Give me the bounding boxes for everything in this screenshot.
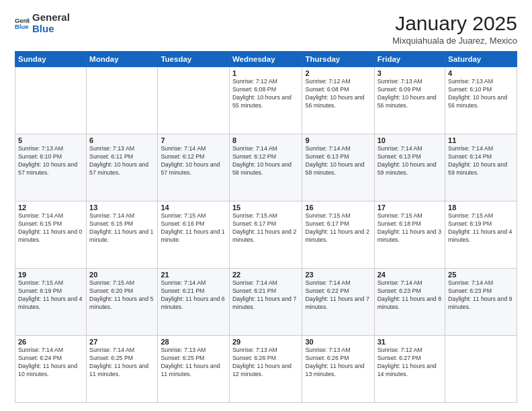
week-row-1: 1Sunrise: 7:12 AM Sunset: 6:08 PM Daylig… — [15, 67, 517, 134]
day-cell: 10Sunrise: 7:14 AM Sunset: 6:13 PM Dayli… — [374, 134, 445, 201]
day-cell — [87, 67, 158, 134]
day-number: 9 — [305, 136, 371, 144]
day-info: Sunrise: 7:12 AM Sunset: 6:08 PM Dayligh… — [232, 78, 300, 110]
day-number: 10 — [378, 136, 442, 144]
day-info: Sunrise: 7:15 AM Sunset: 6:17 PM Dayligh… — [232, 212, 300, 244]
day-cell: 16Sunrise: 7:15 AM Sunset: 6:17 PM Dayli… — [302, 201, 374, 269]
day-cell: 12Sunrise: 7:14 AM Sunset: 6:15 PM Dayli… — [15, 201, 87, 269]
day-number: 1 — [232, 69, 300, 77]
day-cell: 3Sunrise: 7:13 AM Sunset: 6:09 PM Daylig… — [374, 67, 445, 134]
col-monday: Monday — [87, 52, 158, 67]
day-info: Sunrise: 7:15 AM Sunset: 6:17 PM Dayligh… — [305, 212, 371, 244]
svg-text:Blue: Blue — [15, 22, 28, 30]
col-sunday: Sunday — [15, 52, 87, 67]
day-number: 13 — [89, 203, 154, 212]
calendar-subtitle: Mixquiahuala de Juarez, Mexico — [392, 36, 517, 46]
day-number: 21 — [161, 271, 226, 279]
day-number: 26 — [18, 338, 83, 346]
day-info: Sunrise: 7:14 AM Sunset: 6:24 PM Dayligh… — [18, 347, 83, 379]
day-info: Sunrise: 7:13 AM Sunset: 6:10 PM Dayligh… — [18, 145, 83, 177]
logo-general: General — [32, 12, 70, 24]
day-cell: 11Sunrise: 7:14 AM Sunset: 6:14 PM Dayli… — [445, 134, 517, 201]
week-row-3: 12Sunrise: 7:14 AM Sunset: 6:15 PM Dayli… — [15, 201, 517, 269]
day-info: Sunrise: 7:14 AM Sunset: 6:13 PM Dayligh… — [378, 145, 442, 177]
day-info: Sunrise: 7:13 AM Sunset: 6:25 PM Dayligh… — [161, 347, 226, 379]
logo: General Blue General Blue — [15, 12, 70, 34]
header: General Blue General Blue January 2025 M… — [15, 12, 517, 46]
day-info: Sunrise: 7:14 AM Sunset: 6:21 PM Dayligh… — [161, 279, 226, 312]
day-number: 24 — [378, 271, 442, 279]
day-number: 12 — [18, 203, 83, 212]
day-info: Sunrise: 7:13 AM Sunset: 6:26 PM Dayligh… — [305, 347, 371, 379]
day-number: 31 — [378, 338, 442, 346]
logo-icon: General Blue — [15, 16, 30, 31]
day-cell: 17Sunrise: 7:15 AM Sunset: 6:18 PM Dayli… — [374, 201, 445, 269]
day-cell — [158, 67, 230, 134]
day-cell — [15, 67, 87, 134]
day-number: 8 — [232, 136, 300, 144]
day-info: Sunrise: 7:12 AM Sunset: 6:08 PM Dayligh… — [305, 78, 371, 110]
day-number: 29 — [232, 338, 300, 346]
calendar-table: Sunday Monday Tuesday Wednesday Thursday… — [15, 51, 517, 403]
day-info: Sunrise: 7:13 AM Sunset: 6:26 PM Dayligh… — [232, 347, 300, 379]
day-cell: 27Sunrise: 7:14 AM Sunset: 6:25 PM Dayli… — [87, 336, 158, 403]
day-cell: 18Sunrise: 7:15 AM Sunset: 6:19 PM Dayli… — [445, 201, 517, 269]
day-number: 22 — [232, 271, 300, 279]
day-info: Sunrise: 7:14 AM Sunset: 6:15 PM Dayligh… — [18, 212, 83, 244]
day-info: Sunrise: 7:14 AM Sunset: 6:25 PM Dayligh… — [89, 347, 154, 379]
day-cell: 30Sunrise: 7:13 AM Sunset: 6:26 PM Dayli… — [302, 336, 374, 403]
day-info: Sunrise: 7:14 AM Sunset: 6:21 PM Dayligh… — [232, 279, 300, 312]
day-cell: 29Sunrise: 7:13 AM Sunset: 6:26 PM Dayli… — [229, 336, 302, 403]
day-cell: 14Sunrise: 7:15 AM Sunset: 6:16 PM Dayli… — [158, 201, 230, 269]
day-number: 27 — [89, 338, 154, 346]
day-number: 3 — [378, 69, 442, 77]
day-cell: 23Sunrise: 7:14 AM Sunset: 6:22 PM Dayli… — [302, 269, 374, 336]
day-cell: 31Sunrise: 7:12 AM Sunset: 6:27 PM Dayli… — [374, 336, 445, 403]
day-number: 15 — [232, 203, 300, 212]
day-info: Sunrise: 7:14 AM Sunset: 6:14 PM Dayligh… — [448, 145, 514, 177]
day-info: Sunrise: 7:15 AM Sunset: 6:19 PM Dayligh… — [448, 212, 514, 244]
day-number: 5 — [18, 136, 83, 144]
day-number: 6 — [89, 136, 154, 144]
day-cell — [445, 336, 517, 403]
page: General Blue General Blue January 2025 M… — [0, 0, 532, 411]
day-info: Sunrise: 7:14 AM Sunset: 6:23 PM Dayligh… — [448, 279, 514, 312]
col-friday: Friday — [374, 52, 445, 67]
day-cell: 8Sunrise: 7:14 AM Sunset: 6:12 PM Daylig… — [229, 134, 302, 201]
day-cell: 19Sunrise: 7:15 AM Sunset: 6:19 PM Dayli… — [15, 269, 87, 336]
day-info: Sunrise: 7:14 AM Sunset: 6:12 PM Dayligh… — [232, 145, 300, 177]
col-tuesday: Tuesday — [158, 52, 230, 67]
day-info: Sunrise: 7:14 AM Sunset: 6:15 PM Dayligh… — [89, 212, 154, 244]
day-cell: 15Sunrise: 7:15 AM Sunset: 6:17 PM Dayli… — [229, 201, 302, 269]
day-number: 19 — [18, 271, 83, 279]
day-cell: 4Sunrise: 7:13 AM Sunset: 6:10 PM Daylig… — [445, 67, 517, 134]
day-number: 18 — [448, 203, 514, 212]
day-number: 30 — [305, 338, 371, 346]
day-info: Sunrise: 7:13 AM Sunset: 6:10 PM Dayligh… — [448, 78, 514, 110]
day-cell: 21Sunrise: 7:14 AM Sunset: 6:21 PM Dayli… — [158, 269, 230, 336]
day-cell: 20Sunrise: 7:15 AM Sunset: 6:20 PM Dayli… — [87, 269, 158, 336]
day-number: 14 — [161, 203, 226, 212]
logo-blue: Blue — [32, 24, 70, 35]
day-info: Sunrise: 7:14 AM Sunset: 6:12 PM Dayligh… — [161, 145, 226, 177]
day-number: 20 — [89, 271, 154, 279]
day-number: 28 — [161, 338, 226, 346]
day-cell: 9Sunrise: 7:14 AM Sunset: 6:13 PM Daylig… — [302, 134, 374, 201]
day-number: 4 — [448, 69, 514, 77]
day-info: Sunrise: 7:15 AM Sunset: 6:19 PM Dayligh… — [18, 279, 83, 312]
day-number: 17 — [378, 203, 442, 212]
day-cell: 7Sunrise: 7:14 AM Sunset: 6:12 PM Daylig… — [158, 134, 230, 201]
week-row-5: 26Sunrise: 7:14 AM Sunset: 6:24 PM Dayli… — [15, 336, 517, 403]
day-cell: 28Sunrise: 7:13 AM Sunset: 6:25 PM Dayli… — [158, 336, 230, 403]
day-info: Sunrise: 7:14 AM Sunset: 6:23 PM Dayligh… — [378, 279, 442, 312]
day-number: 16 — [305, 203, 371, 212]
day-info: Sunrise: 7:14 AM Sunset: 6:13 PM Dayligh… — [305, 145, 371, 177]
day-cell: 1Sunrise: 7:12 AM Sunset: 6:08 PM Daylig… — [229, 67, 302, 134]
day-cell: 2Sunrise: 7:12 AM Sunset: 6:08 PM Daylig… — [302, 67, 374, 134]
day-number: 11 — [448, 136, 514, 144]
day-info: Sunrise: 7:15 AM Sunset: 6:16 PM Dayligh… — [161, 212, 226, 244]
day-cell: 6Sunrise: 7:13 AM Sunset: 6:11 PM Daylig… — [87, 134, 158, 201]
day-cell: 22Sunrise: 7:14 AM Sunset: 6:21 PM Dayli… — [229, 269, 302, 336]
day-number: 23 — [305, 271, 371, 279]
calendar-title: January 2025 — [392, 12, 517, 34]
